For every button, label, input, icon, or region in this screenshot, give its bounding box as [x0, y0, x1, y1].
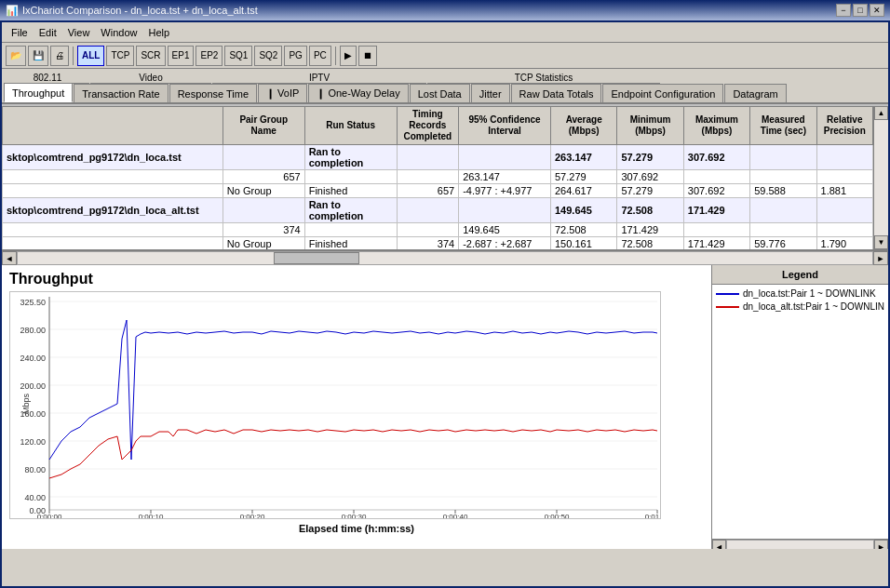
filter-pg[interactable]: PG	[284, 46, 306, 66]
filter-scr[interactable]: SCR	[136, 46, 165, 66]
tab-one-way-delay[interactable]: ❙ One-Way Delay	[308, 84, 408, 102]
filter-ep2[interactable]: EP2	[196, 46, 222, 66]
table-row: No Group Finished 657 -4.977 : +4.977 26…	[3, 184, 873, 198]
cell-min1: 57.279	[617, 145, 683, 170]
chart-title: Throughput	[9, 271, 704, 287]
filter-sq2[interactable]: SQ2	[254, 46, 282, 66]
tab-throughput[interactable]: Throughput	[4, 83, 73, 102]
cell-extra2	[816, 223, 872, 237]
window-controls: − □ ✕	[836, 4, 884, 17]
cell-records1c: 657	[397, 184, 459, 198]
tab-datagram[interactable]: Datagram	[724, 84, 786, 102]
menu-edit[interactable]: Edit	[34, 25, 62, 40]
filter-ep1[interactable]: EP1	[168, 46, 195, 66]
cell-file2: sktop\comtrend_pg9172\dn_loca_alt.tst	[3, 198, 223, 223]
cell-min1c: 57.279	[617, 184, 683, 198]
tab-group-iptv: IPTV	[212, 73, 426, 84]
tab-strip: 802.11 Video IPTV TCP Statistics Through…	[2, 69, 888, 106]
col-header-maximum: Maximum(Mbps)	[683, 107, 749, 145]
cell-status2: Ran to completion	[304, 198, 397, 223]
col-header-precision: RelativePrecision	[816, 107, 872, 145]
table-row: sktop\comtrend_pg9172\dn_loca_alt.tst Ra…	[3, 198, 873, 223]
cell-prec1	[816, 145, 872, 170]
svg-text:0:00:20: 0:00:20	[240, 513, 265, 519]
title-bar: 📊 IxChariot Comparison - dn_loca.tst + d…	[0, 0, 890, 20]
filter-tcp[interactable]: TCP	[106, 46, 134, 66]
content-area: Pair GroupName Run Status Timing Records…	[2, 106, 888, 549]
cell-records2	[397, 198, 459, 223]
scroll-right-button[interactable]: ►	[873, 251, 888, 265]
cell-file1c	[3, 184, 223, 198]
scroll-left-button[interactable]: ◄	[2, 251, 17, 265]
scroll-track[interactable]	[874, 120, 888, 235]
h-scroll-track[interactable]	[17, 251, 873, 265]
cell-conf1b	[397, 170, 459, 184]
menu-help[interactable]: Help	[142, 25, 175, 40]
menu-window[interactable]: Window	[95, 25, 142, 40]
run-button[interactable]: ▶	[340, 46, 357, 66]
filter-all[interactable]: ALL	[77, 46, 104, 66]
chart-container: Throughput 325.50 280.00 240.00 200.00 1…	[2, 265, 711, 549]
h-scroll-thumb[interactable]	[274, 252, 359, 264]
data-table-area: Pair GroupName Run Status Timing Records…	[2, 106, 888, 250]
scroll-up-button[interactable]: ▲	[874, 106, 888, 120]
tab-lost-data[interactable]: Lost Data	[410, 84, 470, 102]
cell-records2c: 374	[397, 237, 459, 250]
cell-conf2c: -2.687 : +2.687	[459, 237, 551, 250]
stop-button[interactable]: ⏹	[358, 46, 377, 66]
cell-prec2b	[750, 223, 816, 237]
cell-min2: 72.508	[617, 198, 683, 223]
cell-max2c: 171.429	[683, 237, 749, 250]
legend-horizontal-scrollbar[interactable]: ◄ ►	[712, 539, 888, 549]
cell-avg1b: 263.147	[459, 170, 551, 184]
cell-max2: 171.429	[683, 198, 749, 223]
legend-scroll-right[interactable]: ►	[874, 540, 888, 549]
tab-raw-data[interactable]: Raw Data Totals	[511, 84, 602, 102]
table-row: 657 263.147 57.279 307.692	[3, 170, 873, 184]
cell-avg2b: 149.645	[459, 223, 551, 237]
cell-min2c: 72.508	[617, 237, 683, 250]
window-title: IxChariot Comparison - dn_loca.tst + dn_…	[22, 5, 258, 16]
toolbar: 📂 💾 🖨 ALL TCP SCR EP1 EP2 SQ1 SQ2 PG PC …	[2, 43, 888, 69]
menu-file[interactable]: File	[6, 25, 34, 40]
legend-scroll-track[interactable]	[726, 540, 874, 549]
scroll-down-button[interactable]: ▼	[874, 235, 888, 249]
tab-endpoint-config[interactable]: Endpoint Configuration	[602, 84, 723, 102]
svg-text:80.00: 80.00	[24, 465, 46, 474]
cell-avg1: 263.147	[550, 145, 616, 170]
tab-transaction-rate[interactable]: Transaction Rate	[74, 84, 168, 102]
cell-avg2: 149.645	[550, 198, 616, 223]
cell-file1b	[3, 170, 223, 184]
cell-status2b	[304, 223, 397, 237]
filter-pc[interactable]: PC	[309, 46, 331, 66]
menu-view[interactable]: View	[62, 25, 96, 40]
cell-conf2b	[397, 223, 459, 237]
svg-text:40.00: 40.00	[24, 493, 46, 502]
cell-prec1c: 1.881	[816, 184, 872, 198]
close-button[interactable]: ✕	[870, 4, 884, 17]
open-button[interactable]: 📂	[6, 46, 26, 66]
cell-max1c: 307.692	[683, 184, 749, 198]
maximize-button[interactable]: □	[853, 4, 868, 17]
save-button[interactable]: 💾	[28, 46, 48, 66]
cell-status1b	[304, 170, 397, 184]
tab-jitter[interactable]: Jitter	[471, 84, 510, 102]
menu-bar: File Edit View Window Help	[2, 22, 888, 43]
cell-status1: Ran to completion	[304, 145, 397, 170]
minimize-button[interactable]: −	[836, 4, 851, 17]
toolbar-sep2	[335, 47, 336, 65]
bottom-split: Throughput 325.50 280.00 240.00 200.00 1…	[2, 265, 888, 549]
legend-scroll-left[interactable]: ◄	[712, 540, 726, 549]
cell-time2b	[683, 223, 749, 237]
results-table: Pair GroupName Run Status Timing Records…	[2, 106, 873, 249]
cell-conf1c: -4.977 : +4.977	[459, 184, 551, 198]
cell-group2c: No Group	[222, 237, 304, 250]
tab-voip[interactable]: ❙ VoIP	[258, 84, 307, 102]
table-vertical-scrollbar[interactable]: ▲ ▼	[873, 106, 888, 249]
col-header-pair-group: Pair GroupName	[222, 107, 304, 145]
cell-min1b: 57.279	[550, 170, 616, 184]
tab-response-time[interactable]: Response Time	[169, 84, 257, 102]
print-button[interactable]: 🖨	[50, 46, 69, 66]
table-horizontal-scrollbar[interactable]: ◄ ►	[2, 250, 888, 265]
filter-sq1[interactable]: SQ1	[224, 46, 252, 66]
